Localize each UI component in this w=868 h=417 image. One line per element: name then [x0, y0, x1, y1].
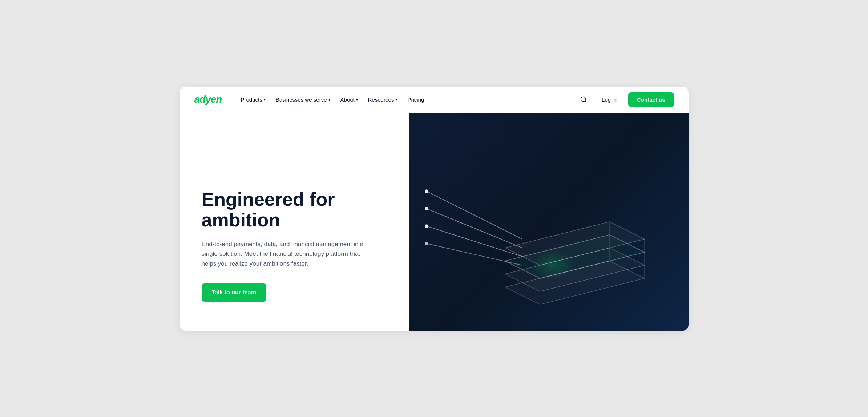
nav-resources-label: Resources — [368, 97, 394, 103]
nav-right: Log in Contact us — [577, 92, 674, 107]
nav-pricing-label: Pricing — [407, 97, 424, 103]
chevron-down-icon: ▾ — [264, 98, 266, 102]
nav-about-label: About — [340, 97, 355, 103]
nav-item-about[interactable]: About ▾ — [336, 94, 362, 106]
hero-title: Engineered for ambition — [202, 189, 387, 230]
search-button[interactable] — [577, 93, 590, 106]
hero-right — [409, 113, 689, 331]
contact-button[interactable]: Contact us — [628, 92, 674, 107]
chevron-down-icon: ▾ — [328, 98, 330, 102]
hero-section: Engineered for ambition End-to-end payme… — [180, 113, 689, 331]
nav-item-products[interactable]: Products ▾ — [236, 94, 270, 106]
nav-item-pricing[interactable]: Pricing — [403, 94, 428, 106]
hero-left: Engineered for ambition End-to-end payme… — [180, 113, 409, 331]
search-icon — [580, 96, 587, 103]
nav-item-resources[interactable]: Resources ▾ — [364, 94, 402, 106]
hero-subtitle: End-to-end payments, data, and financial… — [202, 239, 376, 269]
nav-item-businesses[interactable]: Businesses we serve ▾ — [271, 94, 335, 106]
chevron-down-icon: ▾ — [395, 98, 397, 102]
svg-line-4 — [427, 226, 522, 257]
logo[interactable]: adyen — [194, 94, 222, 105]
svg-line-1 — [585, 101, 586, 102]
svg-point-9 — [425, 242, 428, 245]
talk-to-team-button[interactable]: Talk to our team — [202, 283, 266, 302]
main-card: adyen Products ▾ Businesses we serve ▾ A… — [180, 87, 689, 331]
nav-businesses-label: Businesses we serve — [276, 97, 327, 103]
nav-links: Products ▾ Businesses we serve ▾ About ▾… — [236, 94, 577, 106]
svg-line-3 — [427, 209, 522, 248]
nav-products-label: Products — [241, 97, 262, 103]
navbar: adyen Products ▾ Businesses we serve ▾ A… — [180, 87, 689, 113]
connecting-lines — [409, 113, 689, 331]
svg-point-8 — [425, 224, 428, 228]
svg-point-7 — [425, 207, 428, 210]
logo-text: adyen — [194, 94, 222, 105]
login-button[interactable]: Log in — [597, 94, 621, 106]
svg-line-2 — [427, 191, 522, 239]
chevron-down-icon: ▾ — [356, 98, 358, 102]
svg-point-6 — [425, 189, 428, 193]
